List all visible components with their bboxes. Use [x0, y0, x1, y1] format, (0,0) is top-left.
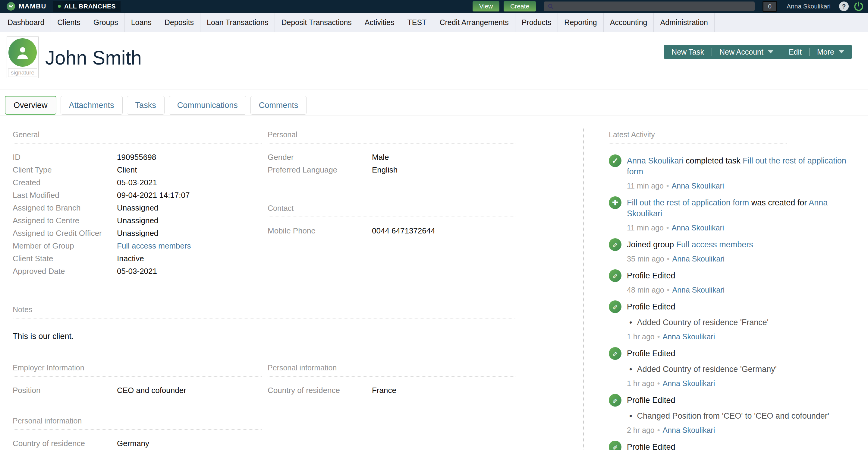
- client-avatar[interactable]: signature: [7, 36, 38, 78]
- activity-user-link[interactable]: Anna Skoulikari: [672, 286, 724, 294]
- field-row: PositionCEO and cofounder: [13, 384, 261, 397]
- nav-item-deposits[interactable]: Deposits: [158, 13, 200, 32]
- branch-selector[interactable]: ALL BRANCHES: [53, 1, 121, 12]
- section-notes: Notes This is our client.: [13, 305, 516, 341]
- activity-body: Joined group Full access members35 min a…: [627, 238, 753, 263]
- tab-tasks[interactable]: Tasks: [127, 96, 164, 115]
- signature-label[interactable]: signature: [8, 68, 37, 77]
- field-row: ID190955698: [13, 151, 261, 163]
- search-icon: [547, 3, 554, 10]
- field-value: CEO and cofounder: [117, 386, 186, 395]
- nav-item-loan-transactions[interactable]: Loan Transactions: [200, 13, 275, 32]
- field-value-link[interactable]: Full access members: [117, 241, 191, 251]
- notification-count-badge[interactable]: 0: [763, 1, 777, 12]
- activity-user-link[interactable]: Anna Skoulikari: [663, 426, 715, 434]
- section-heading: Contact: [268, 204, 516, 217]
- activity-item: ✎Profile Edited•Changed Position from 'C…: [609, 394, 862, 434]
- nav-item-activities[interactable]: Activities: [358, 13, 401, 32]
- tab-attachments[interactable]: Attachments: [61, 96, 123, 115]
- icon-glyph: ✎: [613, 303, 618, 311]
- field-label: Country of residence: [13, 439, 117, 448]
- client-action-bar: New TaskNew AccountEditMore: [664, 45, 852, 59]
- activity-text-segment: completed task: [684, 156, 743, 165]
- tab-communications[interactable]: Communications: [169, 96, 246, 115]
- activity-time: 11 min ago: [627, 223, 664, 232]
- help-icon[interactable]: ?: [839, 1, 849, 11]
- activity-time: 2 hr ago: [627, 426, 655, 434]
- nav-item-products[interactable]: Products: [516, 13, 558, 32]
- global-search[interactable]: [544, 1, 755, 11]
- new-account-button[interactable]: New Account: [712, 45, 781, 59]
- nav-item-deposit-transactions[interactable]: Deposit Transactions: [275, 13, 358, 32]
- activity-text: Joined group Full access members: [627, 239, 753, 250]
- field-value: Unassigned: [117, 216, 158, 225]
- logout-power-icon[interactable]: [854, 1, 864, 11]
- icon-glyph: ✓: [612, 156, 618, 166]
- topbar: MAMBU ALL BRANCHES View Create 0 Anna Sk…: [0, 0, 868, 13]
- section-general: General ID190955698Client TypeClientCrea…: [13, 130, 261, 277]
- activity-text: Profile Edited: [627, 395, 829, 406]
- activity-user-link[interactable]: Anna Skoulikari: [663, 379, 715, 388]
- field-label: Assigned to Branch: [13, 203, 117, 213]
- field-row: Member of GroupFull access members: [13, 239, 261, 252]
- action-label: New Task: [672, 48, 704, 56]
- field-value: France: [372, 386, 396, 395]
- nav-item-loans[interactable]: Loans: [125, 13, 158, 32]
- activity-body: Anna Skoulikari completed task Fill out …: [627, 154, 862, 190]
- field-row: Mobile Phone0044 6471372644: [268, 224, 516, 237]
- section-personal-information-right: Personal information Country of residenc…: [268, 363, 516, 397]
- activity-user-link[interactable]: Anna Skoulikari: [663, 332, 715, 341]
- pencil-icon: ✎: [609, 347, 621, 360]
- nav-item-administration[interactable]: Administration: [654, 13, 714, 32]
- activity-time: 35 min ago: [627, 254, 664, 263]
- activity-text: Fill out the rest of application form wa…: [627, 197, 862, 219]
- meta-dot-icon: •: [667, 254, 670, 263]
- nav-item-credit-arrangements[interactable]: Credit Arrangements: [433, 13, 515, 32]
- nav-item-dashboard[interactable]: Dashboard: [1, 13, 51, 32]
- more-button[interactable]: More: [809, 45, 852, 59]
- action-label: New Account: [719, 48, 764, 56]
- field-row: Assigned to BranchUnassigned: [13, 202, 261, 214]
- nav-item-test[interactable]: TEST: [401, 13, 433, 32]
- activity-time: 48 min ago: [627, 286, 664, 294]
- activity-time: 1 hr ago: [627, 379, 655, 388]
- icon-glyph: ✎: [613, 396, 618, 404]
- action-label: More: [817, 48, 834, 56]
- bullet-dot-icon: •: [629, 317, 632, 328]
- field-row: Client StateInactive: [13, 252, 261, 265]
- edit-button[interactable]: Edit: [781, 45, 809, 59]
- tab-comments[interactable]: Comments: [250, 96, 307, 115]
- field-label: Approved Date: [13, 267, 117, 276]
- activity-link[interactable]: Fill out the rest of application form: [627, 198, 749, 207]
- field-label: ID: [13, 153, 117, 162]
- activity-body: Profile Edited•Changed Position from 'CE…: [627, 394, 829, 434]
- activity-time: 1 hr ago: [627, 332, 655, 341]
- nav-item-reporting[interactable]: Reporting: [558, 13, 603, 32]
- field-value: Male: [372, 153, 389, 162]
- section-employer-information: Employer Information PositionCEO and cof…: [13, 363, 261, 397]
- field-value: Unassigned: [117, 203, 158, 213]
- page-title: John Smith: [45, 47, 142, 69]
- current-user-name[interactable]: Anna Skoulikari: [786, 3, 831, 10]
- activity-time: 11 min ago: [627, 182, 664, 190]
- activity-link[interactable]: Full access members: [676, 240, 753, 249]
- nav-item-clients[interactable]: Clients: [51, 13, 87, 32]
- overview-content: General ID190955698Client TypeClientCrea…: [0, 116, 868, 450]
- activity-item: ✎Profile Edited•Added Country of residen…: [609, 300, 862, 341]
- section-heading: Latest Activity: [609, 130, 786, 144]
- activity-link[interactable]: Anna Skoulikari: [627, 156, 684, 165]
- create-button[interactable]: Create: [504, 1, 536, 11]
- tab-overview[interactable]: Overview: [5, 96, 56, 115]
- field-row: Assigned to Credit OfficerUnassigned: [13, 227, 261, 239]
- activity-user-link[interactable]: Anna Skoulikari: [672, 254, 724, 263]
- mambu-logo-icon[interactable]: [7, 2, 15, 10]
- nav-item-groups[interactable]: Groups: [87, 13, 125, 32]
- view-button[interactable]: View: [472, 1, 499, 11]
- activity-user-link[interactable]: Anna Skoulikari: [672, 182, 724, 190]
- meta-dot-icon: •: [657, 379, 660, 388]
- search-input[interactable]: [557, 3, 751, 10]
- activity-user-link[interactable]: Anna Skoulikari: [672, 223, 724, 232]
- nav-item-accounting[interactable]: Accounting: [604, 13, 654, 32]
- new-task-button[interactable]: New Task: [664, 45, 712, 59]
- section-heading: Personal: [268, 130, 516, 144]
